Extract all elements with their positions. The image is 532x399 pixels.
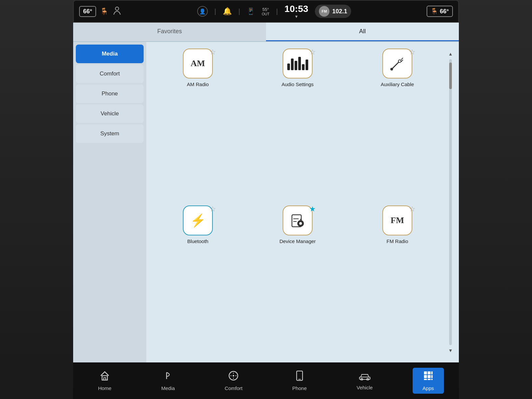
sidebar: Media Comfort Phone Vehicle System — [73, 42, 146, 362]
content-area: Media Comfort Phone Vehicle System AM ☆ — [73, 42, 459, 362]
am-radio-star[interactable]: ☆ — [209, 49, 216, 56]
sidebar-item-phone[interactable]: Phone — [76, 84, 144, 103]
audio-settings-icon — [283, 49, 313, 78]
radio-display[interactable]: FM 102.1 — [315, 5, 351, 18]
svg-rect-24 — [424, 375, 427, 378]
nav-vehicle-label: Vehicle — [356, 385, 372, 390]
svg-rect-21 — [424, 371, 427, 374]
clock: 10:53 ▼ — [285, 4, 309, 19]
status-right: 🪑 66° — [427, 6, 453, 17]
audio-settings-label: Audio Settings — [282, 81, 314, 88]
app-bluetooth[interactable]: ⚡ ☆ Bluetooth — [150, 205, 246, 356]
nav-vehicle[interactable]: Vehicle — [346, 368, 382, 393]
tab-bar: Favorites All — [73, 23, 459, 42]
svg-line-3 — [401, 58, 403, 60]
svg-point-4 — [390, 68, 393, 70]
bluetooth-label: Bluetooth — [187, 238, 208, 245]
app-fm-radio[interactable]: FM ☆ FM Radio — [349, 205, 446, 356]
sidebar-item-system[interactable]: System — [76, 124, 144, 143]
scroll-up[interactable]: ▲ — [447, 50, 454, 58]
status-bar: 66° 🪑 👤 | 🔔 | 📱 55° OUT | 1 — [73, 0, 459, 23]
vehicle-icon — [359, 371, 371, 383]
nav-media[interactable]: Media — [151, 368, 185, 394]
nav-comfort[interactable]: Comfort — [215, 368, 252, 394]
outside-temp: 55° OUT — [262, 7, 269, 16]
nav-phone-label: Phone — [292, 385, 307, 391]
nav-apps-label: Apps — [423, 385, 434, 391]
seat-heat-icon: 🪑 — [100, 7, 108, 15]
scrollbar: ▲ ▼ — [446, 49, 456, 356]
fm-radio-icon: FM — [382, 205, 412, 235]
sidebar-item-media[interactable]: Media — [76, 45, 144, 63]
apps-icon — [423, 370, 434, 383]
scroll-down[interactable]: ▼ — [447, 346, 454, 354]
bell-icon[interactable]: 🔔 — [223, 7, 232, 16]
svg-line-1 — [392, 62, 399, 68]
driver-icon — [112, 6, 122, 17]
scroll-thumb — [449, 63, 452, 89]
person-circle-icon: 👤 — [199, 8, 206, 15]
am-radio-icon: AM — [183, 49, 213, 78]
nav-apps[interactable]: Apps — [413, 368, 444, 394]
phone-icon[interactable]: 📱 — [247, 7, 255, 15]
svg-point-0 — [115, 7, 119, 10]
svg-rect-29 — [431, 379, 433, 380]
status-left: 66° 🪑 — [79, 6, 122, 17]
nav-home[interactable]: Home — [88, 368, 121, 394]
device-manager-label: Device Manager — [279, 238, 316, 245]
nav-comfort-label: Comfort — [225, 385, 242, 391]
audio-settings-star[interactable]: ☆ — [309, 49, 316, 56]
radio-type-badge: FM — [319, 6, 330, 17]
app-device-manager[interactable]: ★ Device Manager — [249, 205, 346, 356]
svg-rect-22 — [428, 371, 431, 374]
svg-rect-25 — [428, 375, 431, 378]
auxiliary-cable-icon — [382, 49, 412, 78]
svg-rect-27 — [424, 379, 427, 380]
apps-grid-container: AM ☆ AM Radio — [146, 42, 459, 362]
app-audio-settings[interactable]: ☆ Audio Settings — [249, 49, 346, 199]
app-am-radio[interactable]: AM ☆ AM Radio — [150, 49, 246, 199]
am-radio-label: AM Radio — [187, 81, 209, 88]
app-auxiliary-cable[interactable]: ☆ Auxiliary Cable — [349, 49, 446, 199]
bottom-nav: Home Media — [73, 362, 459, 399]
nav-home-label: Home — [98, 385, 111, 391]
home-icon — [99, 370, 110, 383]
bluetooth-icon: ⚡ — [183, 205, 213, 235]
comfort-icon — [228, 370, 239, 383]
temp-right: 66° — [440, 8, 449, 15]
radio-frequency: 102.1 — [332, 8, 347, 15]
tab-all[interactable]: All — [266, 23, 459, 41]
seat-right-icon: 🪑 — [431, 8, 438, 15]
svg-rect-28 — [428, 379, 431, 380]
sidebar-item-vehicle[interactable]: Vehicle — [76, 104, 144, 123]
svg-point-10 — [299, 222, 302, 225]
apps-grid: AM ☆ AM Radio — [150, 49, 446, 356]
fm-radio-star[interactable]: ☆ — [409, 205, 416, 213]
auxiliary-cable-star[interactable]: ☆ — [409, 49, 416, 56]
device-manager-icon — [283, 205, 313, 235]
sidebar-item-comfort[interactable]: Comfort — [76, 65, 144, 83]
bluetooth-star[interactable]: ☆ — [209, 205, 216, 213]
temp-left[interactable]: 66° — [79, 6, 96, 17]
dashboard: 66° 🪑 👤 | 🔔 | 📱 55° OUT | 1 — [0, 0, 532, 399]
svg-rect-23 — [431, 371, 433, 374]
svg-point-2 — [398, 60, 401, 63]
fm-radio-label: FM Radio — [386, 238, 408, 245]
svg-line-5 — [401, 60, 403, 62]
svg-rect-26 — [431, 375, 433, 378]
temp-right-box[interactable]: 🪑 66° — [427, 6, 453, 17]
tab-favorites[interactable]: Favorites — [73, 23, 266, 41]
phone-nav-icon — [295, 370, 304, 383]
nav-media-label: Media — [161, 385, 175, 391]
scroll-track[interactable] — [449, 59, 452, 345]
status-center: 👤 | 🔔 | 📱 55° OUT | 10:53 ▼ FM 102.1 — [197, 4, 351, 19]
auxiliary-cable-label: Auxiliary Cable — [381, 81, 414, 88]
media-icon — [163, 370, 173, 383]
nav-phone[interactable]: Phone — [282, 368, 317, 394]
main-screen: Favorites All Media Comfort Phone Vehicl… — [73, 23, 459, 362]
device-manager-star[interactable]: ★ — [309, 205, 316, 213]
